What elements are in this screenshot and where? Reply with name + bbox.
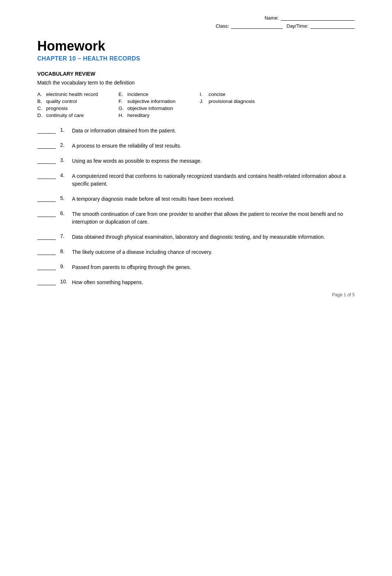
question-num-9: 9. [60, 263, 69, 269]
vocab-letter-b: B. [37, 99, 45, 104]
page-title: Homework [37, 38, 355, 54]
question-text-1: Data or information obtained from the pa… [72, 127, 176, 135]
daytime-label: Day/Time: [286, 23, 308, 29]
question-num-7: 7. [60, 233, 69, 239]
question-num-2: 2. [60, 142, 69, 148]
vocab-letter-e: E. [118, 92, 126, 97]
answer-blank-2[interactable] [37, 143, 56, 149]
vocab-grid: A. electronic health record B. quality c… [37, 92, 355, 118]
vocab-letter-h: H. [118, 113, 126, 118]
vocab-term-d: continuity of care [46, 113, 84, 118]
table-row: 4. A computerized record that conforms t… [37, 172, 355, 188]
section-title: VOCABULARY REVIEW [37, 71, 355, 77]
class-row: Class: Day/Time: [216, 23, 355, 29]
vocab-term-b: quality control [46, 99, 77, 104]
question-text-10: How often something happens. [72, 279, 143, 286]
table-row: 8. The likely outcome of a disease inclu… [37, 248, 355, 256]
title-section: Homework CHAPTER 10 – HEALTH RECORDS [37, 38, 355, 62]
class-label: Class: [216, 23, 229, 29]
question-num-10: 10. [60, 279, 69, 284]
question-num-6: 6. [60, 210, 69, 216]
name-field[interactable] [281, 15, 355, 21]
answer-blank-9[interactable] [37, 264, 56, 270]
question-text-9: Passed from parents to offspring through… [72, 263, 191, 271]
question-text-7: Data obtained through physical examinati… [72, 233, 325, 241]
question-num-3: 3. [60, 157, 69, 163]
vocab-letter-f: F. [118, 99, 126, 104]
answer-blank-4[interactable] [37, 173, 56, 179]
name-row: Name: [265, 15, 355, 21]
vocab-col-3: I. concise J. provisional diagnosis [200, 92, 281, 118]
vocab-term-h: hereditary [127, 113, 149, 118]
table-row: 9. Passed from parents to offspring thro… [37, 263, 355, 271]
daytime-field[interactable] [310, 23, 355, 29]
question-num-4: 4. [60, 172, 69, 178]
page-number: Page 1 of 5 [332, 292, 355, 297]
vocab-item-e: E. incidence [118, 92, 200, 97]
instruction-text: Match the vocabulary term to the definit… [37, 80, 355, 86]
class-field[interactable] [231, 23, 283, 29]
question-num-8: 8. [60, 248, 69, 254]
header-fields: Name: Class: Day/Time: [37, 15, 355, 31]
chapter-subtitle: CHAPTER 10 – HEALTH RECORDS [37, 55, 355, 62]
vocab-letter-j: J. [200, 99, 207, 104]
question-text-3: Using as few words as possible to expres… [72, 157, 202, 165]
vocab-col-2: E. incidence F. subjective information G… [118, 92, 200, 118]
question-text-6: The smooth continuation of care from one… [72, 210, 355, 226]
vocab-term-f: subjective information [127, 99, 176, 104]
vocab-term-e: incidence [127, 92, 148, 97]
vocab-term-i: concise [209, 92, 226, 97]
table-row: 6. The smooth continuation of care from … [37, 210, 355, 226]
answer-blank-10[interactable] [37, 279, 56, 285]
name-label: Name: [265, 15, 279, 21]
vocab-letter-g: G. [118, 106, 126, 111]
question-text-8: The likely outcome of a disease includin… [72, 248, 212, 256]
table-row: 1. Data or information obtained from the… [37, 127, 355, 135]
vocab-item-h: H. hereditary [118, 113, 200, 118]
vocab-item-f: F. subjective information [118, 99, 200, 104]
answer-blank-6[interactable] [37, 211, 56, 217]
table-row: 5. A temporary diagnosis made before all… [37, 195, 355, 203]
answer-blank-1[interactable] [37, 128, 56, 134]
vocab-item-b: B. quality control [37, 99, 118, 104]
question-text-2: A process to ensure the reliability of t… [72, 142, 181, 150]
vocab-item-i: I. concise [200, 92, 281, 97]
table-row: 10. How often something happens. [37, 279, 355, 286]
question-num-5: 5. [60, 195, 69, 201]
answer-blank-8[interactable] [37, 249, 56, 255]
vocab-letter-c: C. [37, 106, 45, 111]
answer-blank-5[interactable] [37, 196, 56, 202]
vocab-item-a: A. electronic health record [37, 92, 118, 97]
table-row: 7. Data obtained through physical examin… [37, 233, 355, 241]
vocab-letter-d: D. [37, 113, 45, 118]
vocab-term-j: provisional diagnosis [209, 99, 255, 104]
table-row: 3. Using as few words as possible to exp… [37, 157, 355, 165]
vocab-letter-i: I. [200, 92, 207, 97]
vocab-term-c: prognosis [46, 106, 68, 111]
answer-blank-7[interactable] [37, 234, 56, 240]
vocab-col-1: A. electronic health record B. quality c… [37, 92, 118, 118]
vocab-term-g: objective information [127, 106, 173, 111]
vocab-item-g: G. objective information [118, 106, 200, 111]
vocab-item-c: C. prognosis [37, 106, 118, 111]
answer-blank-3[interactable] [37, 158, 56, 164]
vocab-item-d: D. continuity of care [37, 113, 118, 118]
vocab-item-j: J. provisional diagnosis [200, 99, 281, 104]
table-row: 2. A process to ensure the reliability o… [37, 142, 355, 150]
question-num-1: 1. [60, 127, 69, 133]
question-text-5: A temporary diagnosis made before all te… [72, 195, 234, 203]
vocab-term-a: electronic health record [46, 92, 98, 97]
vocab-letter-a: A. [37, 92, 45, 97]
questions-section: 1. Data or information obtained from the… [37, 127, 355, 286]
question-text-4: A computerized record that conforms to n… [72, 172, 355, 188]
